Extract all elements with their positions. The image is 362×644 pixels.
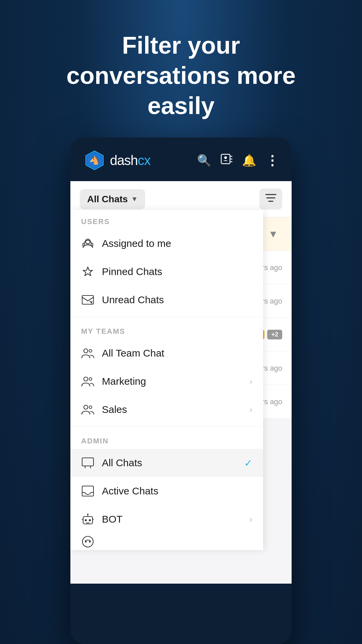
dropdown-item-label: Marketing: [102, 376, 242, 387]
dropdown-menu: USERS Assigned to me: [70, 210, 263, 550]
dropdown-item-label: Sales: [102, 404, 242, 415]
dropdown-section-users: USERS Assigned to me: [70, 210, 263, 314]
hero-title: Filter your conversations more easily: [66, 30, 296, 121]
svg-point-18: [84, 377, 88, 381]
inbox-icon: [81, 484, 95, 498]
dropdown-item-label: BOT: [102, 514, 242, 525]
svg-point-26: [89, 519, 91, 521]
dropdown-item-active-chats[interactable]: Active Chats: [70, 477, 263, 505]
chat-box-icon: [81, 456, 95, 470]
dropdown-item-label: All Chats: [102, 457, 237, 469]
contacts-icon[interactable]: [221, 153, 233, 168]
svg-point-28: [87, 514, 88, 515]
search-icon[interactable]: 🔍: [197, 154, 211, 167]
app-container: 🐴 dashcx 🔍 🔔 ⋮: [70, 138, 292, 644]
section-label: ADMIN: [70, 429, 263, 449]
svg-point-21: [89, 406, 92, 409]
chevron-down-icon: ▼: [131, 195, 138, 203]
more-icon: [81, 535, 95, 548]
dropdown-item-label: All Team Chat: [102, 347, 164, 359]
bell-icon[interactable]: 🔔: [242, 154, 256, 167]
chat-area: All Chats ▼ 8hrs ago 9: [70, 181, 292, 584]
chat-tag-count: +2: [267, 330, 282, 339]
hero-section: Filter your conversations more easily: [40, 0, 322, 138]
dropdown-item-marketing[interactable]: Marketing ›: [70, 367, 263, 395]
filter-button[interactable]: [259, 189, 282, 210]
section-label: USERS: [70, 210, 263, 229]
header-icons: 🔍 🔔 ⋮: [197, 153, 278, 168]
chevron-right-icon: ›: [249, 514, 252, 525]
svg-point-17: [89, 350, 92, 352]
dropdown-item-label: Active Chats: [102, 485, 158, 497]
dropdown-section-teams: MY TEAMS All Team Chat: [70, 320, 263, 424]
dropdown-item-assigned[interactable]: Assigned to me: [70, 229, 263, 258]
dropdown-item-sales[interactable]: Sales ›: [70, 395, 263, 424]
filter-icon: [265, 193, 276, 203]
team-icon: [81, 403, 95, 416]
bot-icon: [81, 513, 95, 526]
svg-point-16: [84, 349, 88, 353]
dropdown-item-bot[interactable]: BOT ›: [70, 505, 263, 533]
section-label: MY TEAMS: [70, 320, 263, 339]
dropdown-item-unread[interactable]: Unread Chats: [70, 286, 263, 314]
logo-icon: 🐴: [84, 150, 105, 171]
dropdown-section-admin: ADMIN All Chats ✓: [70, 429, 263, 550]
headset-icon: [81, 237, 95, 250]
dropdown-item-all-chats[interactable]: All Chats ✓: [70, 449, 263, 477]
team-icon: [81, 375, 95, 388]
logo-area: 🐴 dashcx: [84, 150, 190, 171]
svg-point-33: [89, 541, 91, 543]
svg-point-20: [84, 405, 88, 409]
chevron-down-icon: ▼: [268, 228, 278, 240]
all-chats-dropdown-button[interactable]: All Chats ▼: [80, 189, 145, 209]
chevron-right-icon: ›: [249, 405, 252, 415]
svg-point-7: [224, 156, 227, 159]
team-icon: [81, 346, 95, 360]
dropdown-divider: [70, 317, 263, 317]
pin-icon: [81, 265, 95, 278]
svg-point-31: [82, 536, 93, 547]
mail-icon: [81, 293, 95, 307]
logo-text: dashcx: [110, 153, 150, 168]
dropdown-item-more[interactable]: [70, 533, 263, 550]
svg-rect-22: [82, 458, 94, 466]
svg-point-19: [89, 378, 92, 380]
app-header: 🐴 dashcx 🔍 🔔 ⋮: [70, 138, 292, 181]
chevron-right-icon: ›: [249, 376, 252, 387]
dropdown-item-label: Unread Chats: [102, 294, 164, 306]
svg-text:🐴: 🐴: [89, 155, 100, 165]
dropdown-item-label: Assigned to me: [102, 238, 171, 249]
check-icon: ✓: [244, 457, 252, 469]
svg-point-11: [85, 239, 90, 244]
more-menu-icon[interactable]: ⋮: [265, 153, 278, 168]
svg-point-25: [85, 519, 87, 521]
dropdown-item-label: Pinned Chats: [102, 266, 162, 277]
dropdown-item-pinned[interactable]: Pinned Chats: [70, 258, 263, 286]
dropdown-item-all-team[interactable]: All Team Chat: [70, 339, 263, 367]
dropdown-divider: [70, 426, 263, 427]
svg-point-32: [85, 541, 87, 543]
